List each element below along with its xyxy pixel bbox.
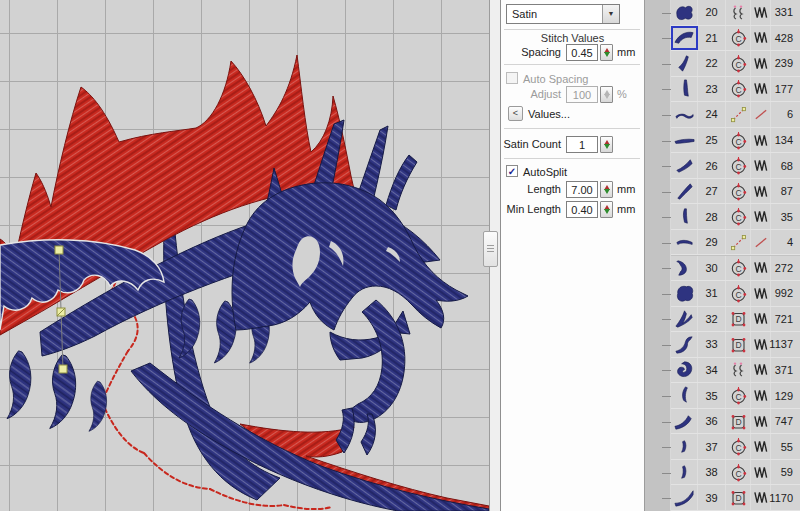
object-row-27[interactable]: 27C87 [671, 179, 800, 205]
values-button-label[interactable]: Values... [528, 108, 570, 120]
object-number[interactable]: 38 [698, 460, 726, 485]
adjust-input[interactable] [566, 86, 598, 103]
object-number[interactable]: 36 [698, 409, 726, 434]
object-row-32[interactable]: 32D721 [671, 307, 800, 333]
object-number[interactable]: 34 [698, 358, 726, 383]
object-thumbnail[interactable] [671, 383, 698, 408]
satin-count-input[interactable] [566, 136, 598, 153]
object-number[interactable]: 23 [698, 77, 726, 102]
object-row-33[interactable]: 33D1137 [671, 332, 800, 358]
object-row-39[interactable]: 39D1170 [671, 485, 800, 511]
object-thumbnail[interactable] [671, 256, 698, 281]
manual-object-icon[interactable] [726, 358, 751, 383]
column-object-icon[interactable]: C [726, 51, 751, 76]
object-number[interactable]: 37 [698, 434, 726, 459]
column-object-icon[interactable]: C [726, 383, 751, 408]
object-number[interactable]: 35 [698, 383, 726, 408]
object-number[interactable]: 29 [698, 230, 726, 255]
column-object-icon[interactable]: C [726, 179, 751, 204]
values-collapse-button[interactable]: < [508, 106, 523, 121]
object-number[interactable]: 21 [698, 26, 726, 51]
object-thumbnail[interactable] [671, 204, 698, 229]
object-number[interactable]: 33 [698, 332, 726, 357]
object-thumbnail[interactable] [671, 281, 698, 306]
auto-split-checkbox[interactable]: ✓ [506, 165, 518, 177]
dragon-embroidery-design[interactable] [0, 55, 489, 511]
design-canvas[interactable] [0, 0, 489, 511]
object-row-29[interactable]: 294 [671, 230, 800, 256]
object-row-37[interactable]: 37C55 [671, 434, 800, 460]
column-object-icon[interactable]: C [726, 128, 751, 153]
object-row-28[interactable]: 28C35 [671, 204, 800, 230]
object-number[interactable]: 30 [698, 256, 726, 281]
object-row-21[interactable]: 21C428 [671, 26, 800, 52]
object-thumbnail[interactable] [671, 307, 698, 332]
column-object-icon[interactable]: C [726, 77, 751, 102]
fill-object-icon[interactable]: D [726, 307, 751, 332]
object-row-36[interactable]: 36D747 [671, 409, 800, 435]
object-row-34[interactable]: 34371 [671, 358, 800, 384]
object-number[interactable]: 25 [698, 128, 726, 153]
object-row-23[interactable]: 23C177 [671, 77, 800, 103]
adjust-spinner[interactable] [600, 86, 613, 103]
object-thumbnail-selected[interactable] [671, 26, 698, 51]
fill-object-icon[interactable]: D [726, 332, 751, 357]
object-number[interactable]: 32 [698, 307, 726, 332]
object-thumbnail[interactable] [671, 51, 698, 76]
object-number[interactable]: 22 [698, 51, 726, 76]
object-row-22[interactable]: 22C239 [671, 51, 800, 77]
min-length-input[interactable] [566, 201, 598, 218]
object-row-20[interactable]: 20331 [671, 0, 800, 26]
column-object-icon[interactable]: C [726, 434, 751, 459]
object-number[interactable]: 20 [698, 0, 726, 25]
length-spinner[interactable] [600, 181, 613, 198]
auto-spacing-checkbox[interactable]: ✓ [506, 72, 518, 84]
object-row-31[interactable]: 31C992 [671, 281, 800, 307]
object-thumbnail[interactable] [671, 460, 698, 485]
column-object-icon[interactable]: C [726, 256, 751, 281]
object-thumbnail[interactable] [671, 179, 698, 204]
object-thumbnail[interactable] [671, 102, 698, 127]
object-number[interactable]: 26 [698, 153, 726, 178]
object-thumbnail[interactable] [671, 0, 698, 25]
object-number[interactable]: 28 [698, 204, 726, 229]
object-number[interactable]: 39 [698, 485, 726, 510]
column-object-icon[interactable]: C [726, 281, 751, 306]
object-thumbnail[interactable] [671, 434, 698, 459]
stitch-type-dropdown[interactable]: Satin ▼ [506, 4, 620, 24]
object-number[interactable]: 24 [698, 102, 726, 127]
column-object-icon[interactable]: C [726, 204, 751, 229]
run-object-icon[interactable] [726, 230, 751, 255]
object-thumbnail[interactable] [671, 230, 698, 255]
chevron-down-icon[interactable]: ▼ [602, 5, 619, 23]
spacing-spinner[interactable] [600, 44, 613, 61]
min-length-spinner[interactable] [600, 201, 613, 218]
object-number[interactable]: 31 [698, 281, 726, 306]
spacing-input[interactable] [566, 44, 598, 61]
length-input[interactable] [566, 181, 598, 198]
column-object-icon[interactable]: C [726, 153, 751, 178]
splitter-grip-handle[interactable] [483, 231, 498, 267]
object-number[interactable]: 27 [698, 179, 726, 204]
fill-object-icon[interactable]: D [726, 409, 751, 434]
object-thumbnail[interactable] [671, 485, 698, 510]
object-thumbnail[interactable] [671, 332, 698, 357]
column-object-icon[interactable]: C [726, 26, 751, 51]
object-thumbnail[interactable] [671, 128, 698, 153]
object-row-35[interactable]: 35C129 [671, 383, 800, 409]
manual-object-icon[interactable] [726, 0, 751, 25]
object-thumbnail[interactable] [671, 409, 698, 434]
run-object-icon[interactable] [726, 102, 751, 127]
object-row-30[interactable]: 30C272 [671, 256, 800, 282]
object-row-25[interactable]: 25C134 [671, 128, 800, 154]
object-row-26[interactable]: 26C68 [671, 153, 800, 179]
object-thumbnail[interactable] [671, 77, 698, 102]
object-row-38[interactable]: 38C59 [671, 460, 800, 486]
column-object-icon[interactable]: C [726, 460, 751, 485]
object-row-24[interactable]: 246 [671, 102, 800, 128]
fill-object-icon[interactable]: D [726, 485, 751, 510]
object-thumbnail[interactable] [671, 153, 698, 178]
flame-tufts[interactable] [7, 299, 269, 431]
satin-count-spinner[interactable] [600, 136, 613, 153]
object-thumbnail[interactable] [671, 358, 698, 383]
